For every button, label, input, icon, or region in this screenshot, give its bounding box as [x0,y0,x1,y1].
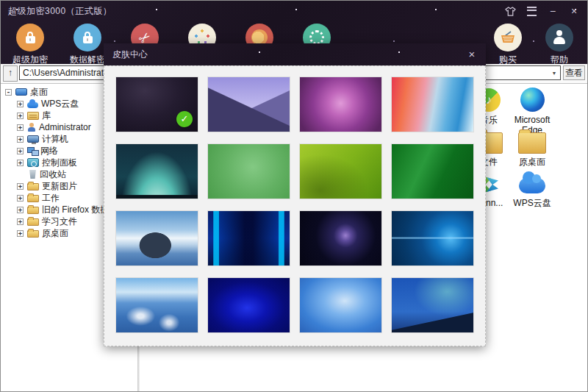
titlebar: 超级加密3000（正式版） − × [1,1,587,21]
skin-dialog-title: 皮肤中心 [112,49,148,61]
folder-icon [27,195,39,202]
folder-icon [27,230,39,238]
toolbar-buy[interactable]: 购买 [479,24,537,66]
toolbar-super-encrypt[interactable]: 超级加密 [1,24,59,66]
minimize-button[interactable]: − [547,5,559,17]
skin-thumbnail-deep-blue-abstract[interactable] [207,277,290,333]
collapse-toggle[interactable]: - [5,89,12,96]
desktop-icon-wps-cloud[interactable]: WPS云盘 [506,168,558,208]
shirt-icon [505,7,516,16]
expand-toggle[interactable]: + [17,113,24,119]
folder-icon [518,132,546,154]
window-controls: − × [504,1,580,21]
skin-button[interactable] [504,5,516,17]
expand-toggle[interactable]: + [17,218,24,225]
skin-thumbnail-purple-nebula[interactable] [299,76,382,132]
skin-thumbnail-windows-10[interactable] [391,210,474,266]
expand-toggle[interactable]: + [17,136,24,143]
computer-icon [27,135,39,143]
skin-thumbnail-space-planet[interactable] [299,210,382,266]
lock-icon [16,24,44,51]
recycle-bin-icon [29,170,37,179]
skin-thumbnail-green-gradient[interactable] [207,143,290,199]
skin-thumbnail-blue-tech[interactable] [207,210,290,266]
menu-button[interactable] [526,5,537,17]
dropdown-arrow-icon[interactable]: ▼ [548,71,560,76]
control-panel-icon [27,158,39,167]
app-window: 超级加密3000（正式版） − × 超级加密 数据解密 ✂ [0,0,588,392]
desktop-icon-original-desktop[interactable]: 原桌面 [506,127,558,167]
selected-check-icon: ✓ [176,111,193,127]
person-icon [545,24,573,51]
skin-thumbnail-snow-mountain[interactable] [207,76,290,132]
expand-toggle[interactable]: + [17,183,24,190]
skin-thumbnail-blue-abstract[interactable] [299,277,382,333]
menu-icon [527,7,537,16]
folder-icon [27,183,39,190]
skin-thumbnail-green-branch[interactable] [299,143,382,199]
network-icon [27,146,37,155]
expand-toggle[interactable]: + [17,207,24,213]
close-button[interactable]: × [568,5,580,17]
expand-toggle[interactable]: + [17,124,24,131]
expand-toggle[interactable]: + [17,101,24,107]
skin-grid: ✓ [104,65,486,346]
user-icon [27,123,36,132]
unlock-icon [74,24,101,51]
folder-icon [27,218,39,226]
skin-thumbnail-green-grass[interactable] [391,143,474,199]
folder-icon [27,207,39,214]
toolbar-help[interactable]: 帮助 [531,24,588,66]
window-title: 超级加密3000（正式版） [8,5,112,18]
library-icon [27,112,39,120]
view-button[interactable]: 查看 [563,65,585,80]
skin-thumbnail-sea-rock[interactable] [115,210,198,266]
skin-thumbnail-aerial-peaks[interactable] [115,277,198,333]
skin-dialog-header: 皮肤中心 × [104,43,486,65]
expand-toggle[interactable]: + [17,160,24,166]
basket-icon [494,24,522,51]
skin-thumbnail-night-aurora[interactable] [391,277,474,333]
up-directory-button[interactable]: ↑ [3,65,18,82]
expand-toggle[interactable]: + [17,148,24,154]
expand-toggle[interactable]: + [17,230,24,237]
skin-thumbnail-color-polygons[interactable] [391,76,474,132]
skin-thumbnail-starry-night[interactable]: ✓ [115,76,198,132]
skin-center-dialog: 皮肤中心 × ✓ [104,43,486,346]
cloud-icon [519,178,545,193]
cloud-icon [27,102,38,108]
skin-thumbnail-teal-aurora[interactable] [115,143,198,199]
desktop-icon [15,88,27,96]
expand-toggle[interactable]: + [17,195,24,202]
skin-dialog-close-button[interactable]: × [465,48,478,61]
edge-logo-icon [520,88,545,112]
